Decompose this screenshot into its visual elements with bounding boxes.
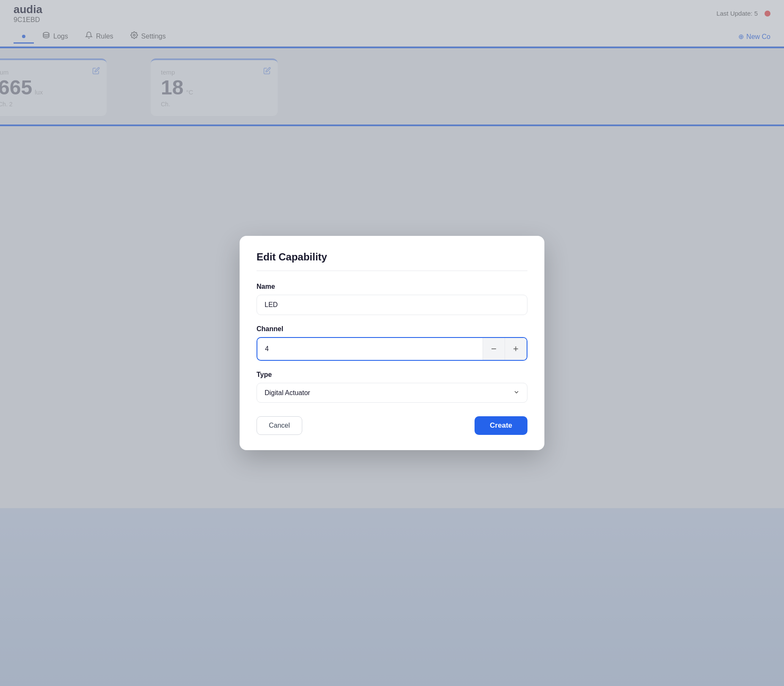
create-button[interactable]: Create <box>475 416 527 435</box>
name-field-group: Name <box>257 283 527 315</box>
channel-stepper: − + <box>257 337 527 361</box>
name-input[interactable] <box>257 295 527 315</box>
channel-field-group: Channel − + <box>257 325 527 361</box>
type-field-group: Type Digital Actuator Analog Sensor Digi… <box>257 371 527 403</box>
type-select-wrapper: Digital Actuator Analog Sensor Digital S… <box>257 383 527 403</box>
channel-label: Channel <box>257 325 527 333</box>
increment-button[interactable]: + <box>505 338 527 360</box>
edit-capability-modal: Edit Capability Name Channel − + Type Di… <box>240 236 544 450</box>
decrement-button[interactable]: − <box>483 338 505 360</box>
modal-title: Edit Capability <box>257 251 527 263</box>
name-label: Name <box>257 283 527 290</box>
modal-footer: Cancel Create <box>257 416 527 435</box>
modal-overlay: Edit Capability Name Channel − + Type Di… <box>0 0 784 686</box>
cancel-button[interactable]: Cancel <box>257 416 302 435</box>
type-label: Type <box>257 371 527 379</box>
channel-input[interactable] <box>257 339 483 359</box>
modal-divider <box>257 271 527 271</box>
type-select[interactable]: Digital Actuator Analog Sensor Digital S… <box>257 383 527 403</box>
